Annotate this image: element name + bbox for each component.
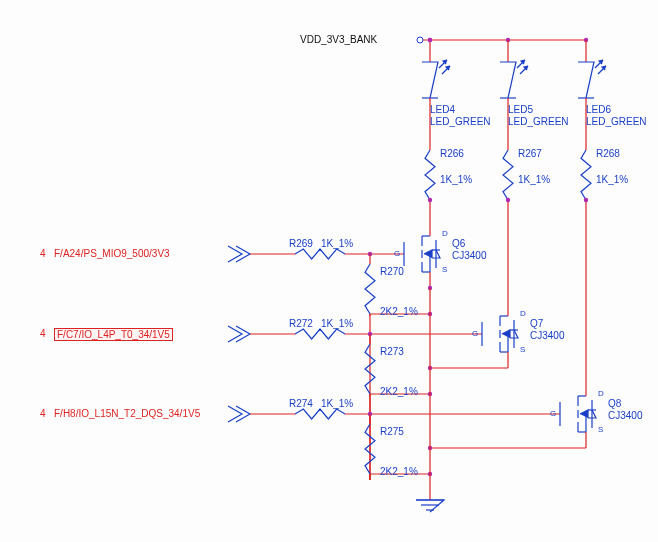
series-res-val: 1K_1%: [440, 174, 472, 185]
series-res-val: 1K_1%: [596, 174, 628, 185]
mosfet-ref: Q8: [608, 398, 621, 409]
offpage-net: F/H8/IO_L15N_T2_DQS_34/1V5: [54, 408, 200, 419]
svg-point-0: [417, 37, 423, 43]
offpage-net: F/A24/PS_MIO9_500/3V3: [54, 248, 170, 259]
mosfet-part: CJ3400: [608, 410, 642, 421]
led-part: LED_GREEN: [508, 116, 569, 127]
pin-s: S: [520, 346, 525, 355]
gate-res-val: 1K_1%: [321, 318, 353, 329]
offpage-page: 4: [40, 248, 46, 259]
pulldown-res-ref: R275: [380, 426, 404, 437]
pulldown-res-ref: R270: [380, 266, 404, 277]
svg-point-64: [506, 198, 510, 202]
led-ref: LED4: [430, 104, 455, 115]
net-power-rail: VDD_3V3_BANK: [300, 34, 377, 45]
mosfet-ref: Q7: [530, 318, 543, 329]
offpage-page: 4: [40, 328, 46, 339]
pin-d: D: [442, 230, 448, 239]
led-ref: LED5: [508, 104, 533, 115]
led-part: LED_GREEN: [586, 116, 647, 127]
mosfet-part: CJ3400: [530, 330, 564, 341]
offpage-page: 4: [40, 408, 46, 419]
pin-g: G: [394, 250, 400, 259]
series-res-ref: R266: [440, 148, 464, 159]
mosfet-part: CJ3400: [452, 250, 486, 261]
svg-point-40: [428, 198, 432, 202]
pin-d: D: [598, 390, 604, 399]
series-res-val: 1K_1%: [518, 174, 550, 185]
pin-s: S: [442, 266, 447, 275]
pulldown-res-ref: R273: [380, 346, 404, 357]
pulldown-res-val: 2K2_1%: [380, 386, 418, 397]
schematic-canvas: [0, 0, 658, 542]
series-res-ref: R268: [596, 148, 620, 159]
led-part: LED_GREEN: [430, 116, 491, 127]
gate-res-val: 1K_1%: [321, 238, 353, 249]
series-res-ref: R267: [518, 148, 542, 159]
pin-d: D: [520, 310, 526, 319]
pin-s: S: [598, 426, 603, 435]
pulldown-res-val: 2K2_1%: [380, 466, 418, 477]
svg-point-88: [584, 198, 588, 202]
gate-res-val: 1K_1%: [321, 398, 353, 409]
pin-g: G: [472, 330, 478, 339]
svg-point-96: [428, 38, 432, 42]
gate-res-ref: R272: [289, 318, 313, 329]
gate-res-ref: R274: [289, 398, 313, 409]
gate-res-ref: R269: [289, 238, 313, 249]
offpage-net: F/C7/IO_L4P_T0_34/1V5: [54, 328, 173, 341]
led-ref: LED6: [586, 104, 611, 115]
pulldown-res-val: 2K2_1%: [380, 306, 418, 317]
pin-g: G: [550, 410, 556, 419]
mosfet-ref: Q6: [452, 238, 465, 249]
